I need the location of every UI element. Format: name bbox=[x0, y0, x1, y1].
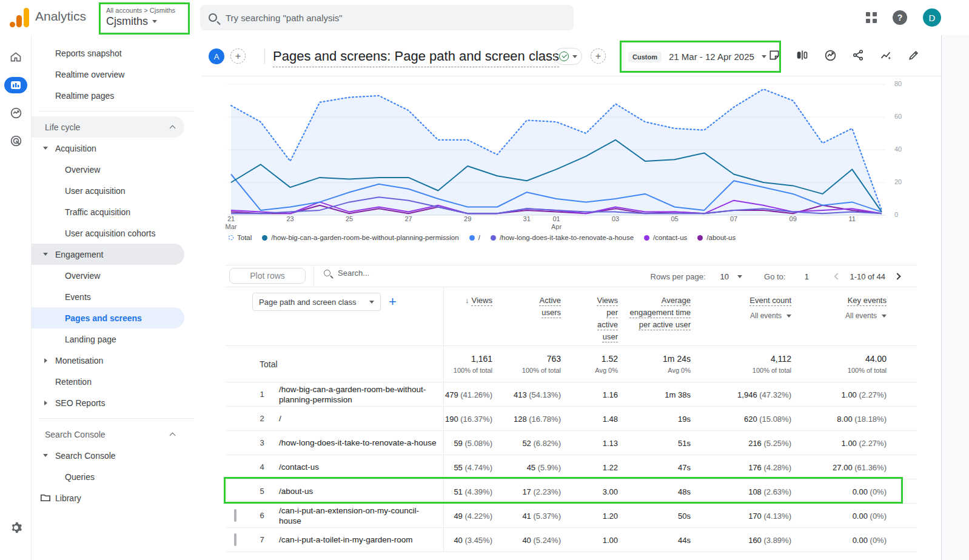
metric-percent: (2.27%) bbox=[857, 390, 887, 399]
column-header-average-engagement-time-per-active-user[interactable]: Average engagement time per active user bbox=[620, 287, 692, 331]
sidebar-item-realtime-overview[interactable]: Realtime overview bbox=[32, 64, 201, 85]
page-path: / bbox=[272, 413, 443, 424]
sidebar-item-user-acquisition-cohorts[interactable]: User acquisition cohorts bbox=[32, 222, 201, 244]
sidebar-item-engagement[interactable]: Engagement bbox=[32, 244, 201, 265]
account-switcher[interactable]: All accounts > Cjsmiths Cjsmiths bbox=[99, 2, 190, 35]
x-axis-tick: 29 bbox=[454, 215, 481, 223]
sidebar-item-search-console[interactable]: Search Console bbox=[32, 445, 201, 466]
scrollbar-gutter[interactable] bbox=[941, 35, 969, 560]
metric-cell: 620 (15.08%) bbox=[692, 413, 793, 424]
date-range-picker[interactable]: Custom 21 Mar - 12 Apr 2025 bbox=[620, 41, 775, 73]
share-icon[interactable] bbox=[851, 48, 865, 62]
sidebar-item-monetisation[interactable]: Monetisation bbox=[32, 350, 201, 371]
plot-rows-button[interactable]: Plot rows bbox=[229, 268, 306, 284]
report-avatar[interactable]: A bbox=[209, 48, 224, 64]
metric-cell: 40 (3.45%) bbox=[443, 535, 494, 545]
metric-cell: 1.16 bbox=[563, 389, 620, 400]
row-checkbox[interactable] bbox=[234, 533, 236, 546]
report-table: Plot rows Rows per page: 10 Go to: 1 1-1… bbox=[226, 265, 917, 552]
legend-swatch bbox=[491, 235, 496, 241]
column-header-key-events[interactable]: Key eventsAll events bbox=[793, 287, 888, 320]
chart-plot-area bbox=[227, 79, 885, 216]
sidebar-item-landing-page[interactable]: Landing page bbox=[32, 328, 201, 350]
row-checkbox[interactable] bbox=[234, 509, 236, 522]
metric-cell: 1.00 (2.27%) bbox=[793, 389, 888, 400]
report-title[interactable]: Pages and screens: Page path and screen … bbox=[273, 48, 559, 67]
legend-item-about-us: /about-us bbox=[697, 234, 736, 241]
sidebar-item-reports-snapshot[interactable]: Reports snapshot bbox=[32, 42, 201, 64]
sparkline-icon[interactable] bbox=[879, 48, 893, 62]
sidebar-item-events[interactable]: Events bbox=[32, 286, 201, 307]
goto-page-input[interactable]: 1 bbox=[797, 272, 816, 281]
help-icon[interactable]: ? bbox=[893, 10, 907, 25]
search-input[interactable] bbox=[226, 13, 541, 23]
sidebar-item-overview[interactable]: Overview bbox=[32, 159, 201, 180]
sidebar-item-seo-reports[interactable]: SEO Reports bbox=[32, 392, 201, 413]
sidebar-item-user-acquisition[interactable]: User acquisition bbox=[32, 180, 201, 201]
metric-cell: 176 (4.28%) bbox=[692, 462, 793, 473]
metric-value: 128 bbox=[514, 415, 527, 424]
reports-icon[interactable] bbox=[0, 73, 32, 97]
table-row[interactable]: 4/contact-us55 (4.74%)45 (5.9%)1.2247s17… bbox=[226, 455, 917, 479]
total-value: 1,161 bbox=[443, 354, 492, 364]
table-header-row: Page path and screen class + ↓ViewsActiv… bbox=[226, 287, 917, 346]
y-axis-tick: 40 bbox=[894, 145, 913, 153]
sidebar-item-acquisition[interactable]: Acquisition bbox=[32, 138, 201, 159]
table-row[interactable]: 7/can-i-put-a-toilet-in-my-garden-room40… bbox=[226, 528, 917, 552]
compare-icon[interactable] bbox=[796, 48, 809, 62]
metric-percent: (5.24%) bbox=[531, 536, 561, 545]
column-header-active-users[interactable]: Active users bbox=[494, 287, 563, 319]
column-header-views[interactable]: ↓Views bbox=[443, 287, 494, 307]
column-header-label: Active users bbox=[529, 295, 561, 319]
add-metric-icon[interactable]: + bbox=[591, 48, 606, 64]
edit-icon[interactable] bbox=[907, 48, 920, 62]
metric-cell: 1.48 bbox=[563, 413, 620, 424]
global-search[interactable] bbox=[200, 5, 574, 30]
table-row[interactable]: 6/can-i-put-an-extension-on-my-council-h… bbox=[226, 504, 917, 528]
date-range-text: 21 Mar - 12 Apr 2025 bbox=[669, 52, 754, 62]
y-axis-tick: 0 bbox=[894, 211, 913, 218]
table-row[interactable]: 1/how-big-can-a-garden-room-be-without-p… bbox=[226, 382, 917, 407]
events-filter-dropdown[interactable]: All events bbox=[692, 312, 791, 320]
home-icon[interactable] bbox=[0, 45, 32, 69]
sidebar-item-search-console[interactable]: Search Console bbox=[32, 424, 201, 445]
previous-page-icon[interactable] bbox=[834, 273, 841, 279]
report-status-button[interactable] bbox=[554, 48, 582, 65]
events-filter-dropdown[interactable]: All events bbox=[793, 312, 887, 320]
metric-value: 40 bbox=[454, 536, 462, 545]
sidebar-item-traffic-acquisition[interactable]: Traffic acquisition bbox=[32, 201, 201, 222]
advertising-icon[interactable] bbox=[0, 128, 32, 153]
metric-percent: (2.63%) bbox=[762, 487, 791, 496]
add-comparison-icon[interactable]: + bbox=[230, 48, 246, 64]
apps-grid-icon[interactable] bbox=[866, 12, 877, 23]
note-icon[interactable] bbox=[768, 48, 781, 62]
next-page-icon[interactable] bbox=[894, 273, 900, 279]
metric-cell: 44s bbox=[620, 535, 692, 545]
table-row[interactable]: 3/how-long-does-it-take-to-renovate-a-ho… bbox=[226, 431, 917, 455]
explore-icon[interactable] bbox=[0, 101, 32, 125]
table-search-input[interactable] bbox=[338, 268, 483, 278]
table-row[interactable]: 5/about-us51 (4.39%)17 (2.23%)3.0048s108… bbox=[226, 479, 917, 504]
sidebar-item-life-cycle[interactable]: Life cycle bbox=[32, 116, 201, 138]
row-index: 7 bbox=[252, 535, 272, 544]
dimension-dropdown[interactable]: Page path and screen class bbox=[252, 293, 381, 311]
sidebar-item-queries[interactable]: Queries bbox=[32, 466, 201, 487]
rows-per-page-select[interactable]: 10 bbox=[720, 272, 742, 281]
sidebar-item-library[interactable]: Library bbox=[32, 487, 201, 508]
legend-swatch bbox=[262, 235, 267, 241]
column-header-views-per-active-user[interactable]: Views per active user bbox=[563, 287, 620, 343]
admin-gear-icon[interactable] bbox=[0, 515, 32, 539]
sidebar-item-realtime-pages[interactable]: Realtime pages bbox=[32, 85, 201, 106]
metric-value: 41 bbox=[522, 512, 531, 521]
insights-icon[interactable] bbox=[823, 48, 837, 62]
sidebar-item-retention[interactable]: Retention bbox=[32, 371, 201, 392]
table-search[interactable] bbox=[324, 268, 483, 278]
table-row[interactable]: 2/190 (16.37%)128 (16.78%)1.4819s620 (15… bbox=[226, 407, 917, 431]
sidebar-item-pages-and-screens[interactable]: Pages and screens bbox=[32, 307, 201, 328]
metric-value: 8.00 bbox=[837, 415, 852, 424]
metric-value: 52 bbox=[522, 439, 531, 448]
column-header-event-count[interactable]: Event countAll events bbox=[692, 287, 793, 320]
add-dimension-icon[interactable]: + bbox=[389, 296, 397, 308]
user-avatar[interactable]: D bbox=[923, 8, 941, 27]
sidebar-item-overview[interactable]: Overview bbox=[32, 265, 201, 286]
